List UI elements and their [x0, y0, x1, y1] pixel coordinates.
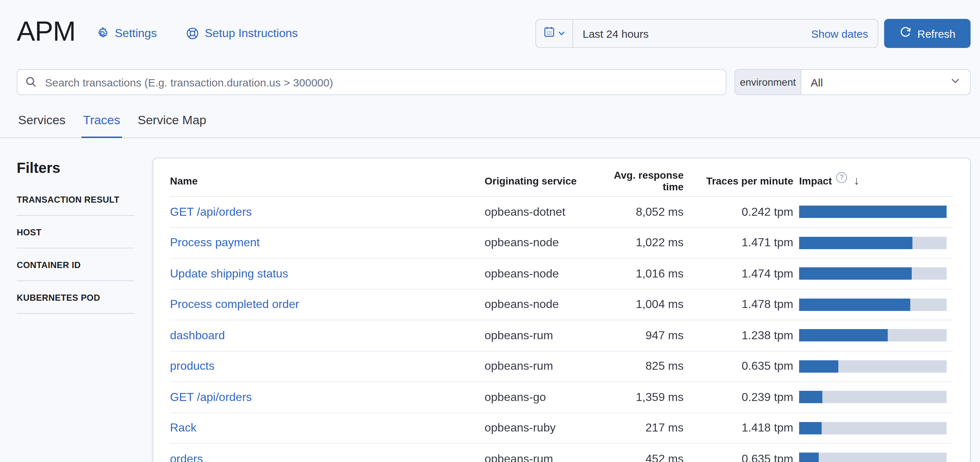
impact-bar-fill: [799, 391, 822, 403]
avg-response-time-cell: 217 ms: [597, 413, 684, 443]
chevron-down-icon: [558, 27, 565, 40]
filters-title: Filters: [17, 160, 134, 177]
help-icon[interactable]: ?: [836, 172, 847, 183]
traces-per-minute-cell: 1.478 tpm: [684, 289, 793, 320]
header-links: Settings Setup Instructions: [96, 22, 298, 45]
avg-response-time-cell: 452 ms: [597, 443, 684, 462]
impact-bar-fill: [799, 453, 819, 462]
transaction-name-link[interactable]: Process payment: [170, 236, 260, 249]
traces-per-minute-cell: 1.474 tpm: [684, 258, 793, 289]
date-range-value[interactable]: Last 24 hours: [573, 27, 811, 40]
refresh-button[interactable]: Refresh: [884, 19, 970, 48]
impact-cell: [793, 320, 953, 351]
table-row: GET /api/orders opbeans-go 1,359 ms 0.23…: [170, 382, 953, 413]
column-header-originating-service[interactable]: Originating service: [485, 166, 597, 196]
avg-response-time-cell: 8,052 ms: [597, 196, 684, 227]
transaction-name-link[interactable]: GET /api/orders: [170, 391, 252, 403]
traces-table: Name Originating service Avg. response t…: [170, 166, 953, 462]
transaction-name-link[interactable]: orders: [170, 452, 203, 462]
traces-table-card: Name Originating service Avg. response t…: [153, 158, 970, 462]
environment-value: All: [801, 76, 950, 88]
settings-label: Settings: [115, 27, 157, 40]
setup-instructions-label: Setup Instructions: [205, 27, 298, 40]
table-row: Process payment opbeans-node 1,022 ms 1.…: [170, 227, 953, 258]
environment-select[interactable]: environment All: [735, 69, 970, 95]
impact-bar: [799, 330, 947, 342]
impact-cell: [793, 413, 953, 443]
refresh-label: Refresh: [917, 27, 955, 40]
originating-service-cell: opbeans-node: [485, 227, 597, 258]
avg-response-time-cell: 1,004 ms: [597, 289, 684, 320]
impact-bar-fill: [799, 360, 838, 373]
traces-table-body: GET /api/orders opbeans-dotnet 8,052 ms …: [170, 196, 953, 462]
impact-bar-fill: [799, 299, 911, 311]
column-header-name[interactable]: Name: [170, 166, 485, 196]
table-row: GET /api/orders opbeans-dotnet 8,052 ms …: [170, 196, 953, 227]
filter-item[interactable]: CONTAINER ID: [17, 260, 134, 281]
search-icon: [25, 76, 37, 91]
impact-bar: [799, 299, 947, 311]
setup-instructions-link[interactable]: Setup Instructions: [186, 27, 298, 40]
filters-sidebar: Filters TRANSACTION RESULTHOSTCONTAINER …: [17, 160, 134, 325]
impact-cell: [793, 351, 953, 382]
traces-per-minute-cell: 0.635 tpm: [684, 351, 793, 382]
column-header-avg-response-time[interactable]: Avg. response time: [597, 166, 684, 196]
impact-bar-fill: [799, 206, 947, 218]
gear-icon: [96, 27, 109, 40]
tabs-bar: Services Traces Service Map: [0, 107, 980, 138]
avg-response-time-cell: 825 ms: [597, 351, 684, 382]
impact-bar-fill: [799, 422, 822, 434]
column-header-traces-per-minute[interactable]: Traces per minute: [684, 166, 793, 196]
impact-cell: [793, 382, 953, 413]
impact-bar: [799, 268, 947, 280]
filter-list: TRANSACTION RESULTHOSTCONTAINER IDKUBERN…: [17, 195, 134, 314]
table-row: orders opbeans-rum 452 ms 0.635 tpm: [170, 443, 953, 462]
originating-service-cell: opbeans-rum: [485, 443, 597, 462]
filter-item[interactable]: HOST: [17, 227, 134, 249]
sort-desc-icon: ↓: [854, 174, 859, 187]
impact-cell: [793, 227, 953, 258]
impact-cell: [793, 258, 953, 289]
impact-bar: [799, 360, 947, 373]
filter-item[interactable]: TRANSACTION RESULT: [17, 195, 134, 216]
show-dates-button[interactable]: Show dates: [811, 27, 878, 40]
impact-cell: [793, 443, 953, 462]
transaction-name-link[interactable]: products: [170, 360, 215, 372]
avg-response-time-cell: 1,016 ms: [597, 258, 684, 289]
transaction-name-link[interactable]: Rack: [170, 422, 197, 434]
impact-bar-fill: [799, 268, 912, 280]
table-header-row: Name Originating service Avg. response t…: [170, 166, 953, 196]
traces-per-minute-cell: 1.471 tpm: [684, 227, 793, 258]
impact-cell: [793, 289, 953, 320]
transaction-name-link[interactable]: Update shipping status: [170, 267, 288, 280]
traces-per-minute-cell: 0.239 tpm: [684, 382, 793, 413]
column-header-impact[interactable]: Impact ? ↓: [793, 166, 953, 196]
table-row: Update shipping status opbeans-node 1,01…: [170, 258, 953, 289]
apm-page: APM Settings Setup Instructions: [0, 0, 980, 462]
tab-services[interactable]: Services: [17, 107, 67, 137]
table-row: Process completed order opbeans-node 1,0…: [170, 289, 953, 320]
impact-bar: [799, 453, 947, 462]
calendar-dropdown-button[interactable]: [536, 20, 573, 47]
transaction-name-link[interactable]: Process completed order: [170, 298, 299, 311]
avg-response-time-cell: 947 ms: [597, 320, 684, 351]
tab-service-map[interactable]: Service Map: [136, 107, 208, 137]
traces-per-minute-cell: 0.635 tpm: [684, 443, 793, 462]
impact-bar-fill: [799, 330, 888, 342]
date-range-picker[interactable]: Last 24 hours Show dates: [535, 19, 878, 48]
originating-service-cell: opbeans-ruby: [485, 413, 597, 443]
traces-per-minute-cell: 1.238 tpm: [684, 320, 793, 351]
originating-service-cell: opbeans-rum: [485, 351, 597, 382]
page-title: APM: [17, 16, 76, 47]
impact-bar: [799, 422, 947, 434]
originating-service-cell: opbeans-go: [485, 382, 597, 413]
search-transactions-input[interactable]: [17, 69, 727, 95]
filter-item[interactable]: KUBERNETES POD: [17, 293, 134, 314]
transaction-name-link[interactable]: dashboard: [170, 329, 225, 341]
tab-traces[interactable]: Traces: [81, 107, 122, 138]
environment-label: environment: [735, 70, 801, 94]
traces-per-minute-cell: 1.418 tpm: [684, 413, 793, 443]
transaction-name-link[interactable]: GET /api/orders: [170, 206, 252, 218]
originating-service-cell: opbeans-node: [485, 258, 597, 289]
settings-link[interactable]: Settings: [96, 27, 157, 40]
